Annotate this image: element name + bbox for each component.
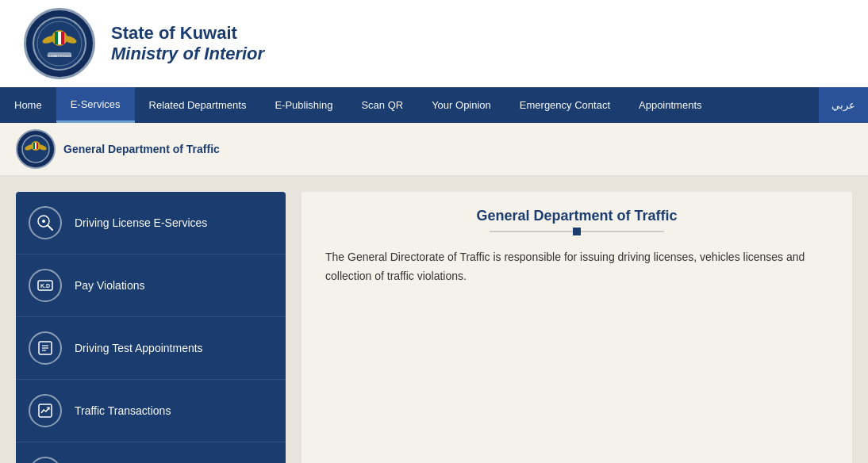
main-content: Driving License E-Services K.D Pay Viola… <box>0 176 868 463</box>
nav-emergency-contact[interactable]: Emergency Contact <box>505 87 624 123</box>
content-description: The General Directorate of Traffic is re… <box>325 248 828 286</box>
svg-rect-8 <box>58 32 61 44</box>
sidebar-item-driving-test[interactable]: Driving Test Appointments <box>16 317 286 380</box>
breadcrumb-text: General Department of Traffic <box>63 143 220 155</box>
nav-arabic[interactable]: عربي <box>819 87 868 123</box>
sidebar-item-pay-violations[interactable]: K.D Pay Violations <box>16 254 286 317</box>
header-title-line2: Ministry of Interior <box>111 44 264 64</box>
nav-home[interactable]: Home <box>0 87 56 123</box>
breadcrumb-logo <box>16 129 56 169</box>
content-title: General Department of Traffic <box>325 208 828 224</box>
sidebar-item-driving-license[interactable]: Driving License E-Services <box>16 192 286 254</box>
traffic-transactions-icon <box>29 394 62 427</box>
svg-point-21 <box>42 220 45 223</box>
sidebar-label-driving-test: Driving Test Appointments <box>75 341 203 355</box>
sidebar-label-pay-violations: Pay Violations <box>75 278 144 293</box>
nav-eservices[interactable]: E-Services <box>56 87 135 123</box>
nav-epublishing[interactable]: E-Publishing <box>260 87 347 123</box>
breadcrumb-bar: General Department of Traffic <box>0 123 868 176</box>
svg-text:KUWAIT POLICE: KUWAIT POLICE <box>47 54 71 58</box>
sidebar-item-locations[interactable]: Locations of Gen. Dept. of Traffic <box>16 442 286 463</box>
driving-test-icon <box>29 331 62 365</box>
content-area: General Department of Traffic The Genera… <box>301 192 852 463</box>
header-logo: KUWAIT POLICE <box>24 8 95 79</box>
sidebar-item-traffic-transactions[interactable]: Traffic Transactions <box>16 380 286 442</box>
content-divider <box>325 231 828 232</box>
svg-rect-16 <box>33 143 35 149</box>
nav-related-departments[interactable]: Related Departments <box>135 87 261 123</box>
svg-rect-18 <box>36 143 38 149</box>
header: KUWAIT POLICE State of Kuwait Ministry o… <box>0 0 868 87</box>
nav-scan-qr[interactable]: Scan QR <box>347 87 417 123</box>
svg-text:K.D: K.D <box>40 283 50 289</box>
header-title: State of Kuwait Ministry of Interior <box>111 23 264 64</box>
nav-your-opinion[interactable]: Your Opinion <box>417 87 505 123</box>
divider-line <box>490 231 664 232</box>
pay-violations-icon: K.D <box>29 269 62 302</box>
svg-rect-9 <box>61 32 64 44</box>
svg-rect-7 <box>55 32 58 44</box>
svg-rect-17 <box>35 143 36 149</box>
locations-icon <box>29 457 62 463</box>
nav-appointments[interactable]: Appointments <box>624 87 716 123</box>
sidebar-label-driving-license: Driving License E-Services <box>75 216 207 230</box>
driving-license-icon <box>29 206 62 239</box>
header-title-line1: State of Kuwait <box>111 23 264 44</box>
svg-line-20 <box>48 225 52 230</box>
divider-dot <box>573 228 581 235</box>
navbar: Home E-Services Related Departments E-Pu… <box>0 87 868 123</box>
sidebar: Driving License E-Services K.D Pay Viola… <box>16 192 286 463</box>
sidebar-label-traffic-transactions: Traffic Transactions <box>75 404 171 418</box>
